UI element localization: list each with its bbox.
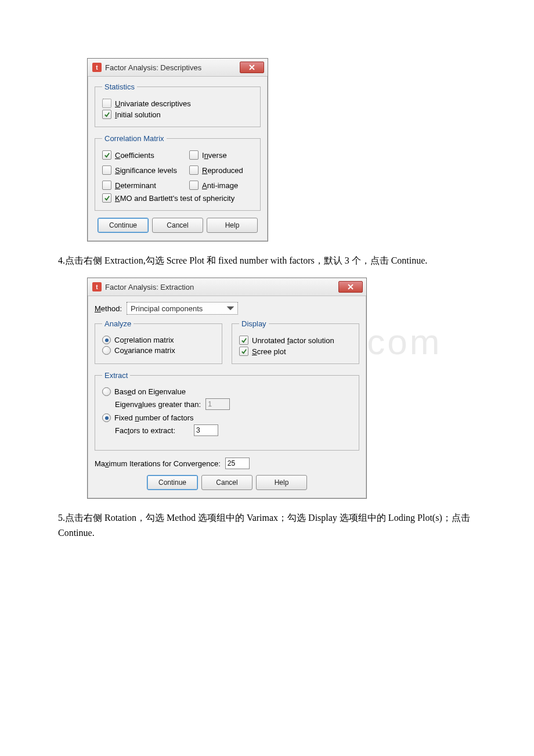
reproduced-label: Reproduced bbox=[202, 166, 243, 175]
inverse-checkbox[interactable] bbox=[189, 150, 199, 160]
check-icon bbox=[104, 152, 110, 159]
help-button[interactable]: Help bbox=[256, 475, 307, 490]
method-combo[interactable]: Principal components bbox=[127, 302, 238, 315]
statistics-legend: Statistics bbox=[102, 82, 137, 91]
dialog-title: Factor Analysis: Extraction bbox=[105, 283, 194, 291]
anti-image-label: Anti-image bbox=[202, 181, 238, 190]
continue-button[interactable]: Continue bbox=[98, 218, 149, 233]
check-icon bbox=[104, 111, 110, 118]
eigen-gt-label: Eigenvalues greater than: bbox=[115, 400, 201, 409]
fixed-number-radio[interactable] bbox=[102, 413, 111, 422]
coefficients-label: Coefficients bbox=[115, 151, 154, 160]
extract-group: Extract Based on Eigenvalue Eigenvalues … bbox=[95, 371, 359, 451]
check-icon bbox=[104, 195, 110, 201]
spss-app-icon: t bbox=[92, 63, 102, 72]
correlation-matrix-group: Correlation Matrix Coefficients Inverse bbox=[95, 134, 261, 211]
check-icon bbox=[241, 337, 247, 344]
titlebar: t Factor Analysis: Descriptives bbox=[88, 59, 268, 77]
eigenvalue-radio[interactable] bbox=[102, 387, 111, 396]
analyze-group: Analyze Correlation matrix Covariance ma… bbox=[95, 319, 222, 364]
check-icon bbox=[241, 348, 247, 355]
dropdown-arrow-icon bbox=[226, 304, 235, 313]
univariate-checkbox[interactable] bbox=[102, 99, 111, 108]
significance-checkbox[interactable] bbox=[102, 165, 111, 175]
determinant-label: Determinant bbox=[115, 181, 156, 190]
determinant-checkbox[interactable] bbox=[102, 181, 111, 190]
analyze-legend: Analyze bbox=[102, 319, 134, 328]
extract-legend: Extract bbox=[102, 371, 130, 380]
cancel-button[interactable]: Cancel bbox=[152, 218, 203, 233]
close-icon bbox=[348, 284, 353, 290]
scree-plot-label: Scree plot bbox=[252, 347, 286, 356]
descriptives-dialog: t Factor Analysis: Descriptives Statisti… bbox=[87, 58, 268, 242]
dialog-title: Factor Analysis: Descriptives bbox=[105, 63, 201, 72]
display-group: Display Unrotated factor solution Scree bbox=[232, 319, 359, 364]
extraction-dialog: t Factor Analysis: Extraction Method: Pr… bbox=[87, 278, 367, 499]
continue-button[interactable]: Continue bbox=[147, 475, 198, 490]
correlation-matrix-radio[interactable] bbox=[102, 336, 111, 344]
reproduced-checkbox[interactable] bbox=[189, 165, 199, 175]
method-selected: Principal components bbox=[131, 304, 203, 313]
help-button[interactable]: Help bbox=[207, 218, 258, 233]
step-5-text: 5.点击右侧 Rotation，勾选 Method 选项组中的 Varimax；… bbox=[58, 510, 476, 541]
close-button[interactable] bbox=[338, 281, 363, 293]
max-iterations-label: Maximum Iterations for Convergence: bbox=[95, 459, 221, 468]
anti-image-checkbox[interactable] bbox=[189, 181, 199, 190]
factors-to-extract-input[interactable]: 3 bbox=[194, 424, 218, 436]
initial-solution-label: Initial solution bbox=[115, 110, 161, 119]
correlation-matrix-legend: Correlation Matrix bbox=[102, 134, 167, 143]
titlebar: t Factor Analysis: Extraction bbox=[88, 278, 366, 296]
display-legend: Display bbox=[239, 319, 269, 328]
significance-label: Significance levels bbox=[115, 166, 177, 175]
step-4-text: 4.点击右侧 Extraction,勾选 Scree Plot 和 fixed … bbox=[58, 253, 476, 268]
inverse-label: Inverse bbox=[202, 151, 227, 160]
scree-plot-checkbox[interactable] bbox=[239, 347, 248, 356]
factors-to-extract-label: Factors to extract: bbox=[115, 426, 175, 435]
fixed-number-label: Fixed number of factors bbox=[114, 413, 194, 422]
kmo-label: KMO and Bartlett's test of sphericity bbox=[115, 194, 234, 203]
correlation-matrix-label: Correlation matrix bbox=[114, 336, 174, 344]
eigen-gt-input[interactable]: 1 bbox=[205, 398, 230, 410]
unrotated-checkbox[interactable] bbox=[239, 336, 248, 345]
covariance-matrix-label: Covariance matrix bbox=[114, 346, 175, 355]
close-icon bbox=[249, 64, 255, 70]
max-iterations-input[interactable]: 25 bbox=[225, 458, 250, 469]
eigenvalue-label: Based on Eigenvalue bbox=[114, 387, 186, 396]
method-label: Method: bbox=[95, 304, 122, 313]
statistics-group: Statistics Univariate descriptives Initi… bbox=[95, 82, 261, 127]
univariate-label: Univariate descriptives bbox=[115, 99, 191, 108]
initial-solution-checkbox[interactable] bbox=[102, 110, 111, 119]
cancel-button[interactable]: Cancel bbox=[201, 475, 252, 490]
covariance-matrix-radio[interactable] bbox=[102, 346, 111, 355]
kmo-checkbox[interactable] bbox=[102, 193, 111, 203]
coefficients-checkbox[interactable] bbox=[102, 150, 111, 160]
close-button[interactable] bbox=[240, 62, 264, 73]
spss-app-icon: t bbox=[92, 282, 102, 291]
unrotated-label: Unrotated factor solution bbox=[252, 336, 334, 345]
